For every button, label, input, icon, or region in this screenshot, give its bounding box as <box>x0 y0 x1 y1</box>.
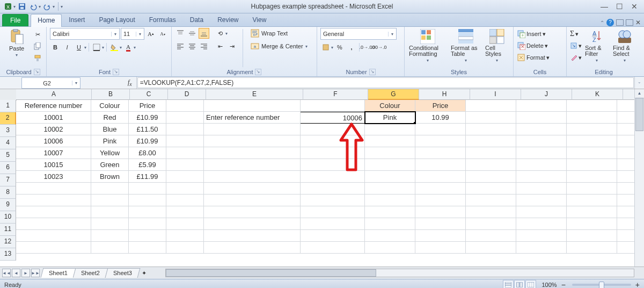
accounting-format-icon[interactable] <box>320 42 331 53</box>
chevron-down-icon[interactable]: ▾ <box>84 45 86 50</box>
page-break-view-icon[interactable] <box>525 280 536 288</box>
cell[interactable] <box>466 159 516 171</box>
cell[interactable] <box>466 242 516 254</box>
cell[interactable] <box>516 147 567 159</box>
name-box[interactable]: G2▾ <box>21 77 80 88</box>
chevron-down-icon[interactable]: ▾ <box>331 45 333 50</box>
increase-font-icon[interactable]: A▴ <box>145 28 156 39</box>
cell[interactable] <box>204 135 301 147</box>
dialog-launcher-icon[interactable]: ↘ <box>113 69 119 75</box>
cell[interactable] <box>567 100 617 112</box>
clear-button[interactable]: ▾ <box>570 52 582 63</box>
cell[interactable] <box>466 147 516 159</box>
cell[interactable] <box>166 147 204 159</box>
cell[interactable] <box>91 218 129 230</box>
cell[interactable] <box>466 195 516 206</box>
vertical-scrollbar[interactable]: ▲ <box>634 89 644 267</box>
scroll-thumb[interactable] <box>635 98 643 131</box>
cell[interactable] <box>415 135 466 147</box>
cell[interactable]: 10006 <box>301 112 365 124</box>
select-all-corner[interactable] <box>0 89 17 100</box>
cell[interactable] <box>466 100 516 112</box>
number-format-combo[interactable]: General▾ <box>320 28 397 40</box>
column-header[interactable]: C <box>130 89 168 100</box>
cell[interactable]: 10001 <box>16 112 91 124</box>
row-header[interactable]: 8 <box>0 186 16 199</box>
font-color-icon[interactable]: A <box>123 42 134 53</box>
underline-icon[interactable]: U <box>74 42 84 53</box>
cell[interactable] <box>567 206 617 218</box>
cell[interactable]: £10.99 <box>129 112 166 124</box>
fx-icon[interactable]: fx <box>126 78 134 87</box>
window-cascade-icon[interactable] <box>626 19 633 26</box>
sheet-tab[interactable]: Sheet2 <box>72 268 108 278</box>
window-restore-icon[interactable] <box>616 19 624 26</box>
last-sheet-icon[interactable]: ►► <box>31 269 40 277</box>
dropdown-icon[interactable]: ▾ <box>39 4 41 9</box>
cell[interactable] <box>16 206 91 218</box>
cut-icon[interactable]: ✂ <box>32 29 43 40</box>
cell-styles-button[interactable]: Cell Styles▾ <box>484 28 510 64</box>
cell[interactable] <box>365 124 415 135</box>
font-size-combo[interactable]: 11▾ <box>121 28 144 40</box>
bold-icon[interactable]: B <box>50 42 61 53</box>
sheet-tab[interactable]: Sheet3 <box>105 268 140 278</box>
cell[interactable]: £11.50 <box>129 124 166 135</box>
row-header[interactable]: 11 <box>0 224 16 236</box>
cell[interactable] <box>129 242 166 254</box>
next-sheet-icon[interactable]: ► <box>21 269 30 277</box>
cell[interactable]: Red <box>91 112 129 124</box>
column-header[interactable]: J <box>521 89 572 100</box>
percent-icon[interactable]: % <box>334 42 345 53</box>
close-workbook-icon[interactable]: ✕ <box>635 19 641 26</box>
cell[interactable] <box>415 147 466 159</box>
cell[interactable] <box>567 242 617 254</box>
cell[interactable] <box>301 135 365 147</box>
orientation-icon[interactable]: ⟲ <box>215 28 225 39</box>
cell[interactable] <box>166 100 204 112</box>
border-icon[interactable] <box>91 42 102 53</box>
cell[interactable] <box>129 206 166 218</box>
minimize-button[interactable]: — <box>599 2 610 11</box>
formula-bar-expand-icon[interactable]: ⌄ <box>634 77 644 89</box>
cell[interactable] <box>166 171 204 183</box>
cell[interactable] <box>91 242 129 254</box>
ribbon-tab-formulas[interactable]: Formulas <box>142 13 183 26</box>
cell[interactable] <box>204 124 301 135</box>
ribbon-tab-data[interactable]: Data <box>183 13 210 26</box>
cell[interactable] <box>16 230 91 242</box>
cell[interactable] <box>516 112 567 124</box>
cell[interactable] <box>301 230 365 242</box>
find-select-button[interactable]: Find & Select▾ <box>612 28 638 64</box>
cell[interactable] <box>91 206 129 218</box>
cell[interactable] <box>204 147 301 159</box>
cell[interactable] <box>301 206 365 218</box>
insert-cells-button[interactable]: +Insert▾ <box>517 28 546 40</box>
cell[interactable] <box>204 171 301 183</box>
row-header[interactable]: 13 <box>0 248 16 261</box>
excel-icon[interactable]: X <box>3 2 13 11</box>
chevron-down-icon[interactable]: ▾ <box>225 31 228 36</box>
zoom-slider[interactable] <box>572 284 631 286</box>
cell[interactable] <box>516 183 567 195</box>
cell[interactable] <box>166 183 204 195</box>
save-icon[interactable] <box>17 2 27 11</box>
cell[interactable] <box>516 230 567 242</box>
cell[interactable] <box>301 124 365 135</box>
cell[interactable] <box>466 230 516 242</box>
cell[interactable] <box>516 218 567 230</box>
column-header[interactable]: E <box>206 89 303 100</box>
cell[interactable] <box>166 135 204 147</box>
row-header[interactable]: 12 <box>0 236 16 248</box>
new-sheet-button[interactable]: ✦ <box>137 269 151 278</box>
column-header[interactable]: I <box>470 89 521 100</box>
row-headers[interactable]: 12345678910111213 <box>0 100 16 261</box>
cell[interactable] <box>204 218 301 230</box>
row-header[interactable]: 1 <box>0 100 16 112</box>
cell[interactable] <box>466 183 516 195</box>
cell[interactable] <box>16 218 91 230</box>
cell[interactable] <box>166 124 204 135</box>
file-tab[interactable]: File <box>2 14 28 26</box>
cell[interactable] <box>365 218 415 230</box>
cell[interactable] <box>91 183 129 195</box>
